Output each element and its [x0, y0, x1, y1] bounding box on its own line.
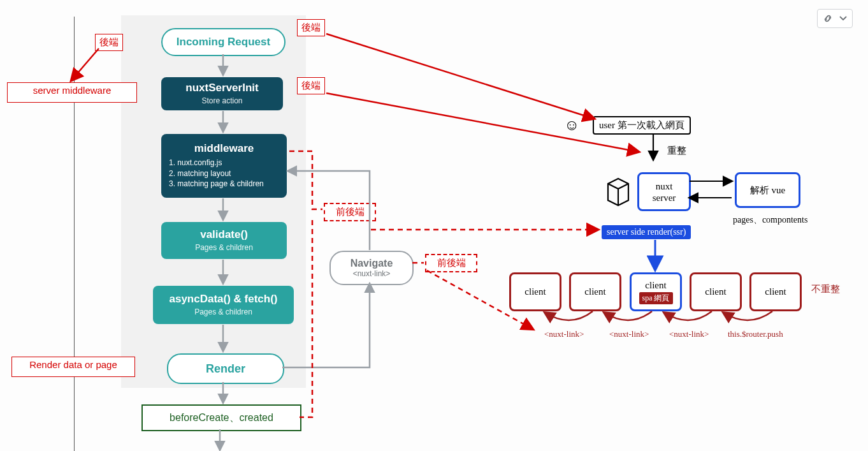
annotation-backend: 後端: [297, 19, 325, 36]
server-cube-icon: [603, 175, 631, 207]
node-render: Render: [167, 353, 284, 384]
middleware-list: 1. nuxt.config.js 2. matching layout 3. …: [169, 158, 264, 189]
box-client: client: [749, 272, 802, 311]
middleware-item: 2. matching layout: [169, 168, 264, 179]
label-router-push: this.$router.push: [728, 329, 783, 339]
node-title: Navigate: [351, 258, 393, 269]
annotation-backend: 後端: [297, 77, 325, 94]
box-nuxt-server: nuxt server: [637, 172, 691, 211]
box-client-spa: client spa 網頁: [630, 272, 682, 311]
annotation-front-back: 前後端: [425, 254, 477, 272]
badge-ssr: server side render(ssr): [602, 225, 691, 239]
toolbar[interactable]: [817, 9, 853, 28]
label-nuxt-link: <nuxt-link>: [669, 329, 709, 339]
label-nuxt-link: <nuxt-link>: [609, 329, 649, 339]
middleware-item: 3. matching page & children: [169, 179, 264, 189]
label-nuxt-link: <nuxt-link>: [544, 329, 584, 339]
node-title: validate(): [200, 228, 248, 241]
label-no-reload: 不重整: [811, 283, 840, 295]
node-title: asyncData() & fetch(): [169, 293, 277, 306]
badge-spa: spa 網頁: [639, 292, 673, 304]
svg-line-9: [326, 93, 639, 152]
node-nuxt-server-init: nuxtServerInit Store action: [161, 77, 283, 110]
annotation-server-middleware: server middleware: [7, 82, 137, 103]
annotation-render-data-or-page: Render data or page: [11, 357, 135, 377]
label-reload: 重整: [667, 145, 686, 157]
node-incoming-request: Incoming Request: [161, 28, 286, 56]
node-validate: validate() Pages & children: [161, 222, 287, 259]
node-sub: <nuxt-link>: [353, 269, 391, 278]
node-sub: Pages & children: [195, 242, 253, 253]
flow-panel: [121, 15, 306, 388]
annotation-front-back: 前後端: [324, 203, 376, 221]
node-async-fetch: asyncData() & fetch() Pages & children: [153, 286, 294, 324]
node-sub: Pages & children: [194, 307, 252, 317]
node-navigate: Navigate <nuxt-link>: [329, 251, 414, 285]
node-sub: Store action: [201, 96, 242, 106]
box-parse-vue: 解析 vue: [735, 172, 800, 208]
node-middleware: middleware 1. nuxt.config.js 2. matching…: [161, 134, 287, 198]
middleware-item: 1. nuxt.config.js: [169, 158, 264, 168]
box-user-first-load: user 第一次載入網頁: [593, 116, 691, 135]
link-icon[interactable]: [823, 13, 833, 24]
node-title: nuxtServerInit: [185, 82, 258, 94]
node-title: middleware: [194, 142, 254, 155]
box-client: client: [690, 272, 742, 311]
box-client: client: [569, 272, 621, 311]
smiley-icon: ☺: [564, 117, 580, 134]
chevron-down-icon[interactable]: [839, 15, 847, 22]
node-lifecycle-hooks: beforeCreate、created: [141, 404, 301, 431]
annotation-backend: 後端: [95, 34, 123, 51]
box-client: client: [509, 272, 561, 311]
svg-line-8: [326, 34, 594, 119]
label-pages-components: pages、compontents: [733, 214, 807, 226]
svg-line-7: [71, 48, 99, 80]
